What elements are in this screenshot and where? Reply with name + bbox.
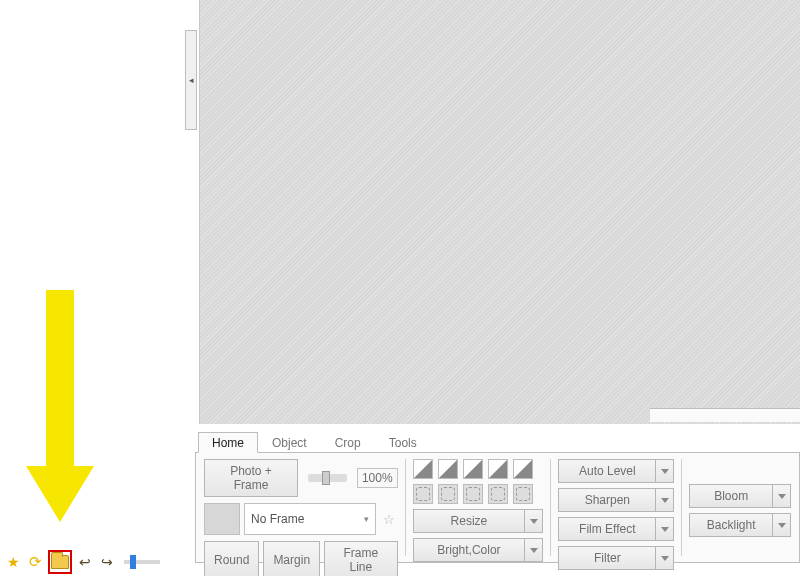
- flip-v-icon[interactable]: [488, 484, 508, 504]
- film-effect-button[interactable]: Film Effect: [558, 517, 656, 541]
- dropdown-icon: [661, 469, 669, 474]
- rotate-icon[interactable]: ⟳: [26, 553, 44, 571]
- dropdown-icon: [661, 556, 669, 561]
- group-adjust: Auto Level Sharpen Film Effect Filter: [558, 459, 674, 556]
- canvas-background: [199, 0, 800, 424]
- group-photo-frame: Photo + Frame 100% No Frame ▾ ☆ Round Ma…: [204, 459, 398, 556]
- bloom-dropdown[interactable]: [773, 484, 791, 508]
- divider: [550, 459, 551, 556]
- frame-select[interactable]: No Frame ▾: [244, 503, 376, 535]
- film-effect-dropdown[interactable]: [656, 517, 674, 541]
- contrast-icon-5[interactable]: [513, 459, 533, 479]
- crop-icon[interactable]: [513, 484, 533, 504]
- divider: [681, 459, 682, 556]
- rotate-right-icon[interactable]: [438, 484, 458, 504]
- panel-collapse-handle[interactable]: ◂: [185, 30, 197, 130]
- folder-icon: [51, 555, 69, 569]
- canvas-status-strip: [650, 408, 800, 422]
- resize-dropdown[interactable]: [525, 509, 543, 533]
- bloom-button[interactable]: Bloom: [689, 484, 773, 508]
- divider: [405, 459, 406, 556]
- auto-level-button[interactable]: Auto Level: [558, 459, 656, 483]
- favorite-icon[interactable]: ★: [4, 553, 22, 571]
- open-folder-button[interactable]: [48, 550, 72, 574]
- sharpen-button[interactable]: Sharpen: [558, 488, 656, 512]
- dropdown-icon: [661, 527, 669, 532]
- contrast-icon-1[interactable]: [413, 459, 433, 479]
- frame-thumbnail: [204, 503, 240, 535]
- chevron-down-icon: ▾: [364, 514, 369, 524]
- favorite-frame-button[interactable]: ☆: [380, 503, 398, 535]
- rotate-left-icon[interactable]: [413, 484, 433, 504]
- sharpen-dropdown[interactable]: [656, 488, 674, 512]
- backlight-button[interactable]: Backlight: [689, 513, 773, 537]
- dropdown-icon: [530, 519, 538, 524]
- tab-tools[interactable]: Tools: [375, 432, 431, 453]
- group-effects: Bloom Backlight: [689, 459, 791, 556]
- bright-color-button[interactable]: Bright,Color: [413, 538, 526, 562]
- margin-button[interactable]: Margin: [263, 541, 320, 576]
- group-transform: Resize Bright,Color: [413, 459, 544, 556]
- tab-crop[interactable]: Crop: [321, 432, 375, 453]
- dropdown-icon: [778, 494, 786, 499]
- frame-select-label: No Frame: [251, 512, 304, 526]
- contrast-icon-2[interactable]: [438, 459, 458, 479]
- dropdown-icon: [661, 498, 669, 503]
- round-button[interactable]: Round: [204, 541, 259, 576]
- bottom-toolbar: ★ ⟳ ↩ ↪: [0, 548, 182, 576]
- ribbon-body: Photo + Frame 100% No Frame ▾ ☆ Round Ma…: [195, 453, 800, 563]
- auto-level-dropdown[interactable]: [656, 459, 674, 483]
- canvas-area: ◂: [182, 0, 800, 424]
- dropdown-icon: [778, 523, 786, 528]
- backlight-dropdown[interactable]: [773, 513, 791, 537]
- ribbon: Home Object Crop Tools Photo + Frame 100…: [195, 431, 800, 571]
- dropdown-icon: [530, 548, 538, 553]
- tab-strip: Home Object Crop Tools: [195, 431, 800, 453]
- photo-frame-button[interactable]: Photo + Frame: [204, 459, 298, 497]
- undo-icon[interactable]: ↩: [76, 553, 94, 571]
- contrast-icon-3[interactable]: [463, 459, 483, 479]
- frame-slider[interactable]: [308, 474, 347, 482]
- contrast-icon-4[interactable]: [488, 459, 508, 479]
- left-panel: [0, 0, 182, 576]
- frame-line-button[interactable]: Frame Line: [324, 541, 398, 576]
- tab-object[interactable]: Object: [258, 432, 321, 453]
- filter-dropdown[interactable]: [656, 546, 674, 570]
- resize-button[interactable]: Resize: [413, 509, 526, 533]
- zoom-value: 100%: [357, 468, 398, 488]
- bright-color-dropdown[interactable]: [525, 538, 543, 562]
- thumbnail-size-slider[interactable]: [124, 560, 160, 564]
- filter-button[interactable]: Filter: [558, 546, 656, 570]
- redo-icon[interactable]: ↪: [98, 553, 116, 571]
- tab-home[interactable]: Home: [198, 432, 258, 453]
- flip-h-icon[interactable]: [463, 484, 483, 504]
